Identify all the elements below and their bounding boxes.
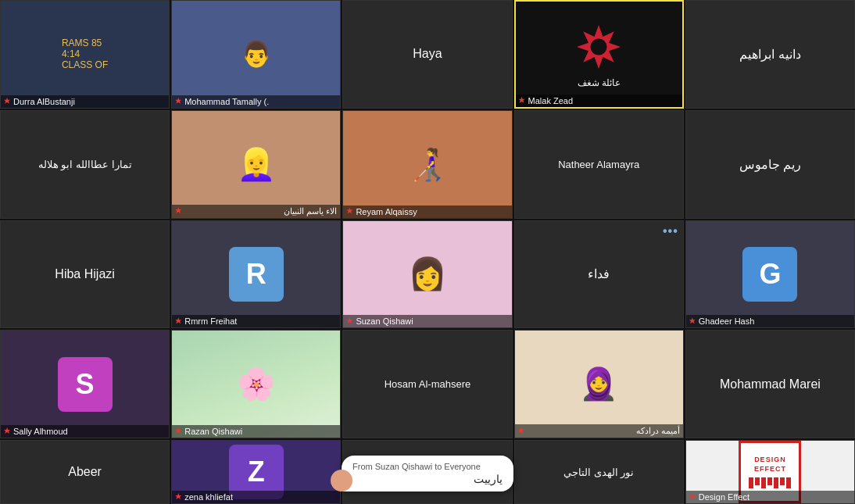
participant-name-tala: tala salah — [401, 465, 455, 479]
participant-name-mohammad-marei: Mohammad Marei — [720, 377, 821, 391]
more-options-icon[interactable]: ••• — [663, 224, 678, 238]
participant-label-design-effect: Design Effect — [686, 491, 854, 503]
tile-reyam: 👩‍🦯Reyam Alqaissy — [342, 110, 512, 219]
participant-label-durra: Durra AlBustanji — [1, 95, 169, 108]
tile-hiba: Hiba Hijazi — [0, 220, 170, 329]
tile-nour: نور الهدى التاجي — [514, 440, 684, 504]
participant-label-razan: Razan Qishawi — [172, 425, 340, 438]
tile-design-effect: DESIGNEFFECTDesign Effect — [685, 440, 855, 504]
bars-icon — [749, 477, 791, 488]
tile-alaa: 👱‍♀️الاء ياسم النبيان — [171, 110, 341, 219]
participant-name-hosam: Hosam Al-mahsere — [385, 378, 471, 390]
participant-label-suzan: Suzan Qishawi — [343, 315, 511, 327]
participant-name-tamara: تمارا عطاالله ابو هلاله — [38, 159, 132, 170]
participant-label-rmrm: Rmrm Freihat — [172, 315, 340, 327]
participant-name-haya: Haya — [413, 47, 442, 61]
tile-dania: دانيه ابراهيم — [685, 0, 855, 109]
participant-name-reem: ريم جاموس — [739, 157, 801, 172]
star-icon — [571, 20, 626, 74]
participant-name-fadaa: فداء — [588, 266, 610, 281]
tile-abeer: Abeer — [0, 440, 170, 504]
tile-razan: 🌸Razan Qishawi — [171, 330, 341, 438]
tile-rmrm: RRmrm Freihat — [171, 220, 341, 329]
participant-name-dania: دانيه ابراهيم — [739, 47, 800, 62]
avatar-sally: S — [58, 357, 113, 412]
family-text: عائلة شغف — [578, 77, 621, 88]
tile-suzan: 👩Suzan Qishawi — [342, 220, 512, 329]
participant-label-reyam: Reyam Alqaissy — [343, 206, 511, 218]
tile-tala: tala salah — [342, 440, 512, 504]
participant-label-zena: zena khliefat — [172, 491, 340, 503]
tile-amima: 🧕أميمه درادكه — [514, 330, 684, 438]
avatar-ghadeer: G — [742, 247, 797, 302]
tile-tamara: تمارا عطاالله ابو هلاله — [0, 110, 170, 219]
tile-malak: عائلة شغفMalak Zead — [514, 0, 684, 109]
svg-point-1 — [591, 39, 607, 55]
participant-label-ghadeer: Ghadeer Hash — [686, 315, 854, 327]
participant-name-nour: نور الهدى التاجي — [563, 466, 634, 478]
tile-natheer: Natheer Alamayra — [514, 110, 684, 219]
avatar-rmrm: R — [229, 247, 284, 302]
tile-haya: Haya — [342, 0, 512, 109]
participant-name-hiba: Hiba Hijazi — [55, 267, 114, 281]
tile-fadaa: •••فداء — [514, 220, 684, 329]
participant-label-malak: Malak Zead — [516, 95, 682, 107]
video-grid: RAMS 85 4:14 CLASS OFDurra AlBustanji👨Mo… — [0, 0, 855, 504]
tile-mohammad: 👨Mohammad Tamally (. — [171, 0, 341, 109]
tile-reem: ريم جاموس — [685, 110, 855, 219]
participant-label-alaa: الاء ياسم النبيان — [172, 205, 340, 218]
participant-name-natheer: Natheer Alamayra — [558, 159, 639, 170]
participant-label-sally: Sally Alhmoud — [1, 425, 169, 438]
tile-zena: Zzena khliefat — [171, 440, 341, 504]
malak-logo: عائلة شغف — [571, 20, 626, 88]
tile-hosam: Hosam Al-mahsere — [342, 330, 512, 438]
design-text: DESIGNEFFECT — [754, 456, 786, 474]
participant-name-abeer: Abeer — [68, 465, 102, 479]
tile-mohammad-marei: Mohammad Marei — [685, 330, 855, 438]
participant-label-amima: أميمه درادكه — [515, 424, 683, 438]
tile-sally: SSally Alhmoud — [0, 330, 170, 438]
participant-label-mohammad: Mohammad Tamally (. — [172, 95, 340, 108]
tile-ghadeer: GGhadeer Hash — [685, 220, 855, 329]
tile-durra: RAMS 85 4:14 CLASS OFDurra AlBustanji — [0, 0, 170, 109]
